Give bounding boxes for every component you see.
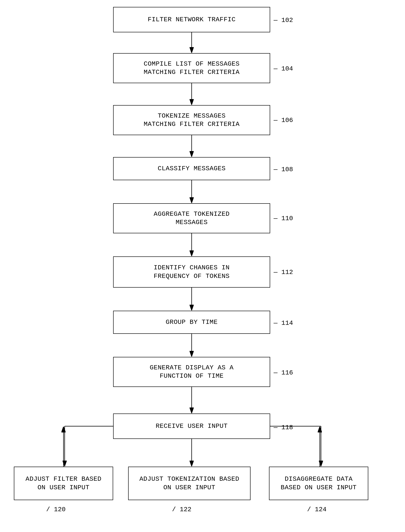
box-110-label: AGGREGATE TOKENIZEDMESSAGES xyxy=(154,210,230,227)
box-112-label: IDENTIFY CHANGES INFREQUENCY OF TOKENS xyxy=(154,264,230,280)
ref-108: — 108 xyxy=(274,166,293,173)
box-104-label: COMPILE LIST OF MESSAGESMATCHING FILTER … xyxy=(144,60,239,77)
box-116: GENERATE DISPLAY AS AFUNCTION OF TIME xyxy=(113,357,270,387)
ref-122: / 122 xyxy=(172,506,191,513)
ref-102: — 102 xyxy=(274,17,293,24)
box-102: FILTER NETWORK TRAFFIC xyxy=(113,7,270,32)
box-106: TOKENIZE MESSAGESMATCHING FILTER CRITERI… xyxy=(113,105,270,135)
box-110: AGGREGATE TOKENIZEDMESSAGES xyxy=(113,203,270,233)
ref-124: / 124 xyxy=(307,506,326,513)
box-118-label: RECEIVE USER INPUT xyxy=(156,422,227,430)
box-120: ADJUST FILTER BASEDON USER INPUT xyxy=(14,467,113,500)
box-108: CLASSIFY MESSAGES xyxy=(113,157,270,180)
box-114: GROUP BY TIME xyxy=(113,311,270,334)
ref-120: / 120 xyxy=(46,506,66,513)
ref-110: — 110 xyxy=(274,215,293,222)
flowchart-diagram: FILTER NETWORK TRAFFIC — 102 COMPILE LIS… xyxy=(0,0,405,532)
box-114-label: GROUP BY TIME xyxy=(166,318,218,326)
box-104: COMPILE LIST OF MESSAGESMATCHING FILTER … xyxy=(113,53,270,83)
box-122-label: ADJUST TOKENIZATION BASEDON USER INPUT xyxy=(140,475,239,492)
box-102-label: FILTER NETWORK TRAFFIC xyxy=(148,15,236,24)
ref-104: — 104 xyxy=(274,65,293,72)
box-118: RECEIVE USER INPUT xyxy=(113,414,270,439)
box-108-label: CLASSIFY MESSAGES xyxy=(158,164,226,173)
box-120-label: ADJUST FILTER BASEDON USER INPUT xyxy=(26,475,101,492)
box-122: ADJUST TOKENIZATION BASEDON USER INPUT xyxy=(128,467,250,500)
ref-118: — 118 xyxy=(274,424,293,431)
ref-114: — 114 xyxy=(274,320,293,327)
box-116-label: GENERATE DISPLAY AS AFUNCTION OF TIME xyxy=(150,364,233,381)
box-112: IDENTIFY CHANGES INFREQUENCY OF TOKENS xyxy=(113,256,270,288)
box-124-label: DISAGGREGATE DATABASED ON USER INPUT xyxy=(281,475,357,492)
ref-106: — 106 xyxy=(274,117,293,124)
ref-112: — 112 xyxy=(274,269,293,276)
ref-116: — 116 xyxy=(274,369,293,376)
box-106-label: TOKENIZE MESSAGESMATCHING FILTER CRITERI… xyxy=(144,112,239,129)
box-124: DISAGGREGATE DATABASED ON USER INPUT xyxy=(269,467,368,500)
